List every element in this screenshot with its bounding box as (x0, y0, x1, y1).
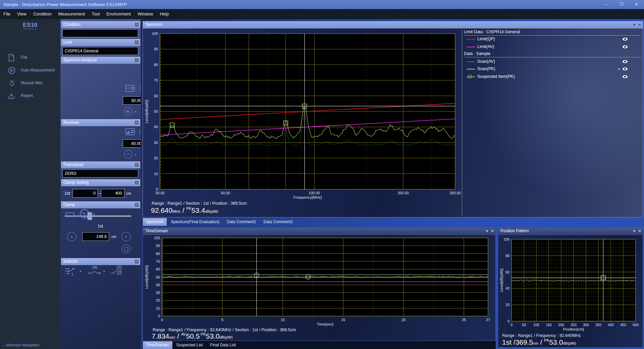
collapse-section-button[interactable]: − (134, 22, 139, 27)
range-dash: – (99, 191, 101, 196)
chevron-down-icon[interactable]: ▾ (135, 153, 137, 156)
clamp-setting-label: 1st: (64, 191, 71, 196)
menu-environment[interactable]: Environment (103, 9, 134, 19)
attenuator-minus-button-1[interactable]: − (124, 150, 132, 158)
selector-switch-icon[interactable]: 1 (64, 266, 77, 278)
collapse-section-button[interactable]: − (134, 180, 139, 185)
legend-item-limit-qp[interactable]: Limit(QP) (464, 37, 641, 42)
tab-spectrum[interactable]: Spectrum (143, 218, 167, 226)
svg-text:450: 450 (620, 323, 626, 327)
spectrum-window-titlebar[interactable]: Spectrum ▾ ✕ (143, 21, 643, 28)
collapse-section-button[interactable]: − (134, 259, 139, 264)
chevron-down-icon[interactable]: ▾ (103, 269, 105, 273)
collapse-section-button[interactable]: − (134, 120, 139, 125)
tab-final-data-list[interactable]: Final Data List (207, 341, 239, 349)
receiver-display-icon[interactable] (125, 128, 135, 137)
clamp-setting-unit: cm (126, 191, 131, 195)
tab-data-comment1[interactable]: Data Comment1 (223, 218, 259, 226)
visibility-eye-icon[interactable] (623, 74, 628, 79)
condition-input[interactable] (62, 29, 138, 37)
collapse-window-icon[interactable]: ▾ (632, 228, 637, 235)
svg-text:60: 60 (156, 267, 160, 271)
svg-text:0: 0 (511, 323, 513, 327)
file-icon (8, 54, 15, 61)
svg-text:50: 50 (154, 109, 158, 113)
app-logo: ES10 EMC Intelligence (0, 22, 60, 30)
collapse-section-button[interactable]: − (134, 162, 139, 167)
svg-text:10: 10 (281, 318, 285, 322)
svg-text:Time[sec]: Time[sec] (317, 322, 333, 326)
clamp-to-input[interactable]: 400 (101, 189, 124, 198)
maximize-icon[interactable]: ❐ (614, 0, 629, 9)
visibility-eye-icon[interactable] (623, 59, 628, 64)
transducer-input[interactable]: ZERO (62, 169, 138, 178)
tab-data-comment2[interactable]: Data Comment2 (260, 218, 296, 226)
svg-text:Frequency[MHz]: Frequency[MHz] (293, 195, 322, 199)
clamp-section-header: Clamp − (61, 201, 140, 208)
selector-chart-switch-icon[interactable] (110, 265, 122, 277)
close-icon[interactable]: ✕ (629, 0, 644, 9)
clamp-from-input[interactable]: 0 (72, 189, 98, 198)
menu-measurement[interactable]: Measurement (55, 9, 88, 19)
legend-item-limit-av[interactable]: Limit(AV) (464, 44, 641, 50)
svg-text:500: 500 (633, 323, 639, 327)
add-marker-icon[interactable]: + (618, 66, 620, 71)
collapse-section-button[interactable]: − (134, 202, 139, 207)
menu-window[interactable]: Window (134, 9, 156, 19)
chevron-down-icon[interactable]: ▾ (135, 110, 137, 113)
svg-text:300: 300 (583, 323, 589, 327)
spectrum-readout: 92.640MHz / PK53.4dB(pW) (151, 206, 218, 214)
menu-file[interactable]: File (0, 9, 14, 19)
collapse-section-button[interactable]: − (134, 40, 139, 45)
svg-text:50: 50 (156, 275, 160, 279)
slider-thumb[interactable] (88, 212, 92, 220)
position-pattern-window-titlebar[interactable]: Position Pattern ▾ ✕ (498, 228, 643, 235)
collapse-window-icon[interactable]: ▾ (484, 228, 490, 235)
svg-text:0: 0 (161, 318, 163, 322)
tab-timedomain[interactable]: TimeDomain (143, 341, 172, 349)
visibility-eye-icon[interactable] (623, 44, 628, 49)
legend-item-scan-av[interactable]: Scan(AV) (464, 59, 641, 64)
menu-tool[interactable]: Tool (88, 9, 103, 19)
svg-text:Position[cm]: Position[cm] (563, 327, 584, 331)
close-window-icon[interactable]: ✕ (637, 228, 642, 235)
tab-spectrum-final-evaluation[interactable]: Spectrum(Final Evaluation) (167, 218, 223, 226)
timedomain-window-title: TimeDomain (145, 229, 168, 233)
legend-item-suspected[interactable]: Suspected Item(PK) (464, 74, 641, 80)
limit-input[interactable]: CISPR14 General (62, 47, 138, 55)
visibility-eye-icon[interactable] (623, 37, 628, 42)
menu-help[interactable]: Help (156, 9, 172, 19)
sidebar-item-manual-mes[interactable]: Manual Mes (0, 80, 60, 88)
position-pattern-chart[interactable]: 0501001502002503003504004505000204060801… (499, 235, 642, 335)
collapse-window-icon[interactable]: ▾ (632, 21, 637, 28)
close-window-icon[interactable]: ✕ (637, 21, 642, 28)
stop-button[interactable] (122, 245, 130, 253)
svg-text:300.00: 300.00 (449, 191, 461, 195)
svg-text:150: 150 (546, 323, 552, 327)
window-title: Sample - Disturbance Power Measurement S… (3, 0, 127, 9)
next-position-button[interactable]: › (121, 232, 131, 241)
minimize-navigation-button[interactable]: ←Minimize Navigation (3, 343, 39, 347)
tab-suspected-list[interactable]: Suspected List (173, 341, 206, 349)
sidebar-item-file[interactable]: File (0, 54, 60, 63)
timedomain-chart[interactable]: 0510152025270102030405060708090100Time[s… (144, 235, 495, 332)
menu-view[interactable]: View (14, 9, 30, 19)
chevron-down-icon[interactable]: ▾ (80, 269, 82, 273)
previous-position-button[interactable]: ‹ (67, 232, 76, 241)
legend-data-group-header: Data : Sample (464, 51, 641, 57)
clamp-position-input[interactable]: 149.8 (82, 232, 109, 241)
on-switch-icon[interactable]: ON (88, 265, 101, 278)
visibility-eye-icon[interactable] (623, 66, 628, 71)
svg-text:350: 350 (595, 323, 601, 327)
collapse-section-button[interactable]: − (134, 58, 139, 63)
close-window-icon[interactable]: ✕ (490, 228, 495, 235)
legend-item-scan-pk[interactable]: Scan(PK) + (464, 66, 641, 72)
timedomain-window-titlebar[interactable]: TimeDomain ▾ ✕ (143, 228, 496, 235)
sidebar-item-auto-measurement[interactable]: Auto Measurement (0, 67, 60, 76)
menu-condition[interactable]: Condition (30, 9, 55, 19)
trace-display-icon[interactable] (125, 85, 135, 93)
minimize-icon[interactable]: – (599, 0, 614, 9)
spectrum-chart[interactable]: 30.0050.00100.00200.00300.00010203040506… (144, 28, 463, 206)
sidebar-item-report[interactable]: Report (0, 92, 60, 101)
bl-badge-1[interactable]: BL (124, 107, 132, 115)
